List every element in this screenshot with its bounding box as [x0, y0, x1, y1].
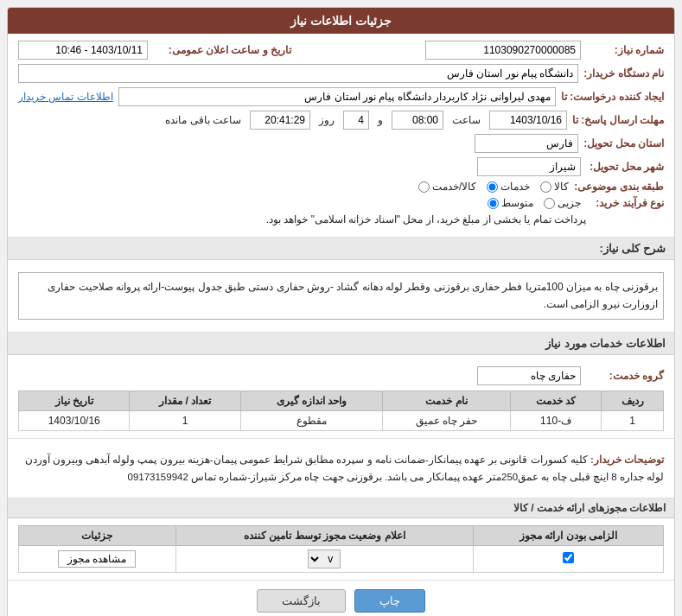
- page-wrapper: جزئیات اطلاعات نیاز شماره نیاز: تاریخ و …: [0, 0, 682, 616]
- row-pardakht-note: پرداخت تمام یا بخشی از مبلغ خرید، از محل…: [18, 213, 664, 225]
- ostan-input[interactable]: [475, 134, 578, 153]
- elzami-checkbox[interactable]: [563, 552, 574, 563]
- mohlat-roz-input[interactable]: [343, 111, 369, 130]
- back-button[interactable]: بازگشت: [257, 589, 346, 613]
- shomara-input[interactable]: [425, 41, 581, 60]
- elzami-cell: [474, 546, 664, 573]
- th-radif: ردیف: [602, 391, 664, 410]
- radio-mottavasset-input[interactable]: [488, 198, 499, 209]
- th-vaziat: اعلام وضعیت مجوز توسط تامین کننده: [175, 526, 474, 546]
- service-table: ردیف کد خدمت نام خدمت واحد اندازه گیری ت…: [18, 391, 664, 431]
- sharh-koli-section: شرح کلی نیاز: برقوزنی چاه به میزان 100مت…: [8, 238, 674, 333]
- saaat-label: ساعت: [452, 114, 481, 126]
- dastgah-label: نام دستگاه خریدار:: [583, 67, 664, 79]
- tozihaat-label: توضیحات خریدار:: [590, 454, 664, 465]
- majozha-title: اطلاعات مجوزهای ارائه خدمت / کالا: [8, 499, 674, 518]
- service-info-section: اطلاعات خدمات مورد نیاز گروه خدمت: ردیف …: [8, 333, 674, 439]
- tozihaat-text: کلیه کسورات قانونی بر عهده پیمانکار-ضمان…: [25, 454, 664, 482]
- tarikh-input[interactable]: [18, 41, 148, 60]
- majozha-body: الزامی بودن ارائه مجوز اعلام وضعیت مجوز …: [8, 518, 674, 581]
- th-tarikh: تاریخ نیاز: [19, 391, 130, 410]
- cell-tarikh: 1403/10/16: [19, 410, 130, 430]
- main-card: جزئیات اطلاعات نیاز شماره نیاز: تاریخ و …: [7, 7, 675, 616]
- gorooh-input[interactable]: [477, 366, 581, 385]
- vaziat-select[interactable]: v --: [308, 549, 341, 568]
- th-jaziiyat: جزئیات: [19, 526, 176, 546]
- baqi-label: ساعت باقی مانده: [165, 114, 241, 126]
- tozihaat-section: توضیحات خریدار: کلیه کسورات قانونی بر عه…: [8, 439, 674, 499]
- th-code: کد خدمت: [510, 391, 602, 410]
- radio-jozyi-label: جزیی: [558, 197, 581, 209]
- ettelaat-tamas-link[interactable]: اطلاعات تماس خریدار: [18, 91, 113, 103]
- radio-mottavasset[interactable]: متوسط: [488, 197, 533, 209]
- th-elzami: الزامی بودن ارائه مجوز: [474, 526, 664, 546]
- service-info-body: گروه خدمت: ردیف کد خدمت نام خدمت واحد ان…: [8, 355, 674, 439]
- row-tabaghe: طبقه بندی موضوعی: کالا خدمات کالا/خدمت: [18, 181, 664, 193]
- mohlat-saaat-input[interactable]: [392, 111, 443, 130]
- radio-kala-input[interactable]: [540, 181, 551, 193]
- sharh-koli-body: برقوزنی چاه به میزان 100متریا فطر حفاری …: [8, 260, 674, 333]
- radio-mottavasset-label: متوسط: [501, 197, 533, 209]
- tarikh-label: تاریخ و ساعت اعلان عمومی:: [153, 44, 291, 56]
- card-header: جزئیات اطلاعات نیاز: [8, 8, 674, 34]
- row-nooe-farayand: نوع فرآیند خرید: جزیی متوسط: [18, 197, 664, 209]
- tozihaat-notes: توضیحات خریدار: کلیه کسورات قانونی بر عه…: [18, 451, 664, 486]
- vaziat-cell: v --: [175, 546, 474, 573]
- radio-kala-khadamat-label: کالا/خدمت: [432, 181, 476, 193]
- tabaghe-label: طبقه بندی موضوعی:: [574, 181, 664, 193]
- th-tedad: تعداد / مقدار: [130, 391, 240, 410]
- radio-jozyi-input[interactable]: [544, 198, 555, 209]
- view-majoz-button[interactable]: مشاهده مجوز: [58, 550, 136, 568]
- row-ijad-konande: ایجاد کننده درخواست: تا اطلاعات تماس خری…: [18, 87, 664, 106]
- shahr-input[interactable]: [477, 157, 581, 176]
- radio-khadamat-label: خدمات: [500, 181, 530, 193]
- header-title: جزئیات اطلاعات نیاز: [290, 14, 392, 28]
- mohlat-date-input[interactable]: [489, 111, 567, 130]
- cell-vahed: مقطوع: [240, 410, 382, 430]
- gorooh-row: گروه خدمت:: [18, 366, 664, 385]
- row-shahr: شهر محل تحویل:: [18, 157, 664, 176]
- jaziiyat-cell: مشاهده مجوز: [19, 546, 176, 573]
- gorooh-label: گروه خدمت:: [586, 370, 664, 382]
- shahr-label: شهر محل تحویل:: [586, 161, 664, 173]
- service-info-title: اطلاعات خدمات مورد نیاز: [8, 333, 674, 355]
- tabaghe-radio-group: کالا خدمات کالا/خدمت: [418, 181, 569, 193]
- mohlat-baqi-input[interactable]: [250, 111, 310, 130]
- majozha-section: اطلاعات مجوزهای ارائه خدمت / کالا الزامی…: [8, 499, 674, 581]
- shomara-label: شماره نیاز:: [586, 44, 664, 56]
- roz-label: و: [378, 114, 383, 126]
- mohlat-label: مهلت ارسال پاسخ: تا: [572, 114, 664, 126]
- roz-text: روز: [319, 114, 335, 126]
- ijad-label: ایجاد کننده درخواست: تا: [561, 91, 664, 103]
- nooe-radio-group: جزیی متوسط: [488, 197, 581, 209]
- ijad-input[interactable]: [118, 87, 556, 106]
- row-name-dastgah: نام دستگاه خریدار:: [18, 64, 664, 83]
- sharh-koli-desc: برقوزنی چاه به میزان 100متریا فطر حفاری …: [18, 272, 664, 320]
- sharh-koli-title: شرح کلی نیاز:: [8, 238, 674, 260]
- radio-kala[interactable]: کالا: [540, 181, 569, 193]
- th-vahed: واحد اندازه گیری: [240, 391, 382, 410]
- cell-code: ف-110: [510, 410, 602, 430]
- sharh-koli-label: شرح کلی نیاز:: [599, 242, 666, 255]
- print-button[interactable]: چاپ: [354, 589, 425, 613]
- dastgah-input[interactable]: [18, 64, 578, 83]
- row-shomara-tarikh: شماره نیاز: تاریخ و ساعت اعلان عمومی:: [18, 41, 664, 60]
- pardakht-note: پرداخت تمام یا بخشی از مبلغ خرید، از محل…: [266, 213, 586, 225]
- main-form-section: شماره نیاز: تاریخ و ساعت اعلان عمومی: نا…: [8, 34, 674, 238]
- majoz-row: v -- مشاهده مجوز: [19, 546, 664, 573]
- radio-kala-khadamat-input[interactable]: [418, 181, 430, 193]
- row-ostan: استان محل تحویل:: [18, 134, 664, 153]
- nooe-label: نوع فرآیند خرید:: [586, 197, 664, 209]
- radio-jozyi[interactable]: جزیی: [544, 197, 581, 209]
- cell-name: حفر چاه عمیق: [383, 410, 511, 430]
- action-buttons: چاپ بازگشت: [8, 581, 674, 616]
- th-name: نام خدمت: [383, 391, 511, 410]
- attachments-table: الزامی بودن ارائه مجوز اعلام وضعیت مجوز …: [18, 525, 664, 573]
- radio-khadamat[interactable]: خدمات: [487, 181, 530, 193]
- ostan-label: استان محل تحویل:: [583, 137, 664, 149]
- cell-radif: 1: [602, 410, 664, 430]
- radio-khadamat-input[interactable]: [487, 181, 498, 193]
- radio-kala-khadamat[interactable]: کالا/خدمت: [418, 181, 476, 193]
- cell-tedad: 1: [130, 410, 240, 430]
- row-mohlat: مهلت ارسال پاسخ: تا ساعت و روز ساعت باقی…: [18, 111, 664, 130]
